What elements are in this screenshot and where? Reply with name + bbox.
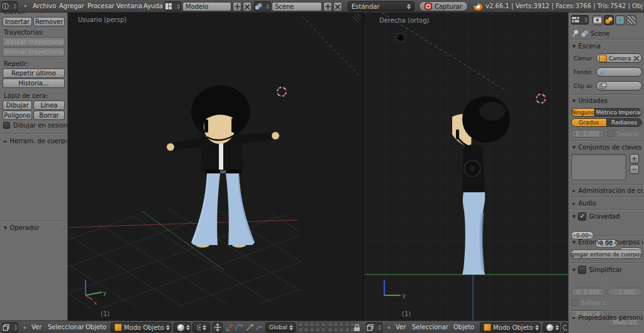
gp-draw-button[interactable]: Dibujar	[3, 101, 32, 110]
menu-agregar[interactable]: Agregar	[59, 0, 84, 13]
viewport-shading-select[interactable]	[543, 322, 560, 332]
rigid-body-world-panel-header[interactable]: Entorno de cuerpos rígid	[572, 239, 643, 246]
manipulator-toggle[interactable]	[213, 322, 223, 332]
simplify-shadow-field[interactable]: P: 1.000	[571, 288, 605, 296]
axis-y-label: y	[402, 292, 406, 298]
rigid-body-tools-panel-header[interactable]: Herram. de cuerpos r	[4, 138, 67, 145]
simplify-enable-checkbox[interactable]	[578, 266, 586, 274]
background-set-field[interactable]	[596, 67, 642, 77]
menu-procesar[interactable]: Procesar	[87, 0, 114, 13]
unit-scale-field[interactable]: E: 1.000	[571, 129, 604, 138]
scene-panel-header[interactable]: Escena	[572, 43, 601, 50]
gp-line-button[interactable]: Línea	[33, 101, 65, 110]
scene-icon-button[interactable]	[254, 1, 270, 11]
delete-layout-button[interactable]	[243, 2, 252, 11]
gp-erase-button[interactable]: Borrar	[33, 111, 65, 120]
layout-grid-icon	[165, 3, 172, 9]
add-keying-set-button[interactable]: +	[630, 154, 639, 163]
keying-sets-panel-header[interactable]: Conjuntos de claves	[572, 144, 641, 151]
menu-ver[interactable]: Ver	[396, 321, 406, 333]
transform-orientation-select[interactable]: Global	[265, 322, 296, 332]
remove-keyframe-button[interactable]: Remover	[33, 17, 65, 26]
viewport-3d-canvas-left[interactable]: y x (1)	[68, 13, 362, 320]
pivot-point-select-clipped[interactable]	[562, 322, 568, 332]
menu-ayuda[interactable]: Ayuda	[143, 0, 163, 13]
separate-units-checkbox[interactable]	[608, 130, 614, 137]
menu-objeto[interactable]: Objeto	[453, 321, 474, 333]
capture-button[interactable]: Capturar	[419, 1, 468, 11]
menu-ventana[interactable]: Ventana	[116, 0, 142, 13]
units-panel-header[interactable]: Unidades	[572, 97, 608, 104]
audio-panel-header[interactable]: Audio	[572, 200, 596, 207]
menu-archivo[interactable]: Archivo	[33, 0, 56, 13]
simplify-panel-header[interactable]: Simplificar	[572, 266, 622, 274]
scene-name-field[interactable]: Scene	[272, 2, 322, 11]
clear-paths-button[interactable]: Eliminar trayectorias	[3, 47, 65, 57]
menu-objeto[interactable]: Objeto	[86, 321, 106, 333]
calculate-paths-button[interactable]: Calcular trayectorias	[3, 37, 65, 46]
scale-manipulator-icon[interactable]	[245, 324, 253, 332]
pivot-point-select[interactable]	[192, 322, 210, 332]
camera-select-field[interactable]: Camera	[596, 53, 642, 63]
editor-type-select-3dview[interactable]	[366, 322, 382, 332]
editor-type-select-info[interactable]	[1, 1, 18, 11]
normal-manipulator-icon[interactable]	[255, 324, 264, 332]
operator-panel-header[interactable]: Operador	[4, 224, 40, 231]
screen-layout-name-field[interactable]: Modelo	[182, 2, 231, 11]
insert-keyframe-button[interactable]: Insertar	[3, 17, 32, 26]
gp-poly-button[interactable]: Polígono	[3, 111, 32, 120]
collapse-menus-toggle[interactable]	[23, 325, 27, 330]
tab-render-layers[interactable]	[626, 15, 636, 25]
add-rigid-body-world-button[interactable]: Agregar entorno de cuerpos r	[570, 249, 643, 259]
viewport-shading-select[interactable]	[174, 322, 191, 332]
panel-drag-grip[interactable]	[57, 222, 65, 231]
rotate-manipulator-icon[interactable]	[235, 324, 243, 332]
menu-seleccionar[interactable]: Seleccionar	[412, 321, 448, 333]
units-degrees-option[interactable]: Grados	[572, 119, 607, 126]
mode-select[interactable]: Modo Objeto	[111, 322, 171, 332]
layer-grid-right[interactable]	[328, 322, 355, 332]
gravity-enable-checkbox[interactable]	[578, 212, 586, 221]
tab-scene-active[interactable]	[604, 15, 614, 25]
collapse-menus-toggle[interactable]	[387, 325, 391, 330]
add-scene-button[interactable]	[323, 2, 332, 11]
units-none-option[interactable]: Ninguno	[572, 109, 595, 116]
units-radians-option[interactable]: Radianes	[607, 119, 641, 126]
layer-grid-left[interactable]	[298, 322, 326, 332]
tab-render[interactable]	[592, 15, 602, 25]
delete-scene-button[interactable]	[333, 2, 342, 11]
chevron-updown-icon	[407, 4, 411, 9]
active-clip-field[interactable]	[596, 81, 642, 90]
simplify-skip-checkbox[interactable]	[572, 299, 579, 306]
translate-manipulator-icon[interactable]	[225, 324, 233, 332]
clear-icon[interactable]	[634, 56, 639, 61]
collapse-menus-toggle[interactable]	[23, 4, 28, 8]
history-button[interactable]: Historia...	[3, 79, 65, 88]
editor-type-select-3dview[interactable]	[2, 322, 18, 332]
units-metric-option[interactable]: Métrico	[595, 109, 618, 116]
shading-sphere-icon	[547, 324, 553, 331]
menu-seleccionar[interactable]: Seleccionar	[48, 321, 84, 333]
remove-keying-set-button[interactable]: −	[630, 165, 639, 174]
render-engine-select[interactable]: Estándar	[348, 1, 414, 11]
menu-ver[interactable]: Ver	[31, 321, 42, 333]
viewport-3d-canvas-right[interactable]: y (1)	[364, 13, 568, 320]
mode-select[interactable]: Modo Objeto	[480, 322, 540, 332]
sketch-sessions-checkbox[interactable]	[3, 122, 10, 129]
chevron-updown-icon	[166, 325, 170, 330]
gravity-panel-header[interactable]: Gravedad	[572, 212, 619, 221]
clipped-section-header: Claves:	[3, 13, 41, 16]
pin-icon[interactable]	[572, 30, 579, 37]
editor-type-select-properties[interactable]	[571, 15, 589, 25]
units-imperial-option[interactable]: Imperial	[619, 109, 641, 116]
color-management-panel-header[interactable]: Administración de color	[572, 187, 643, 194]
custom-properties-panel-header[interactable]: Propiedades personaliza	[572, 314, 643, 321]
tab-world[interactable]	[615, 15, 625, 25]
repeat-last-button[interactable]: Repetir último	[3, 68, 65, 78]
lock-icon[interactable]	[353, 324, 360, 332]
simplify-skip-label: Saltear c	[581, 300, 606, 306]
simplify-ao-field[interactable]: : 1.000	[608, 288, 642, 296]
screen-layout-icon-button[interactable]	[165, 1, 181, 11]
keying-sets-list[interactable]	[571, 154, 626, 180]
add-layout-button[interactable]	[233, 2, 242, 11]
